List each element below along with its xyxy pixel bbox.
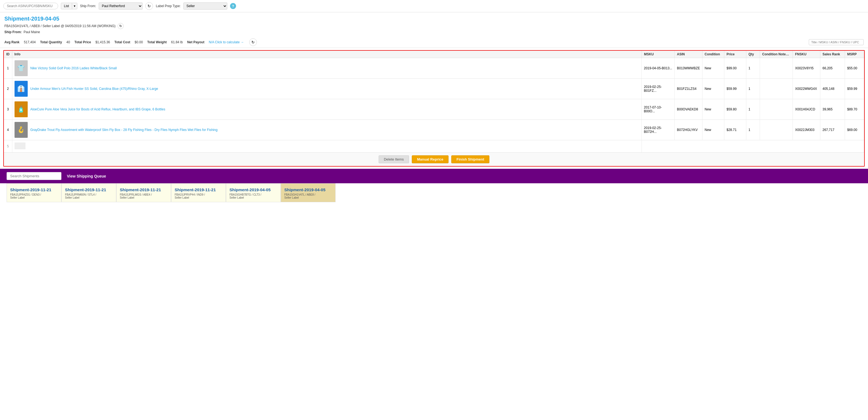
row-condition: New [703, 78, 724, 99]
row-info: 🪝 GrayDrake Trout Fly Assortment with Wa… [12, 120, 642, 140]
row-fnsku: X0022JM303 [793, 120, 820, 140]
ship-from-value: Paul Maine [24, 30, 40, 34]
shipment-header: Shipment-2019-04-05 FBA15GH1V47L / ABE8 … [0, 12, 868, 37]
shipment-table-container: ID Info MSKU ASIN Condition Price Qty Co… [3, 50, 865, 167]
asin-search-input[interactable] [3, 3, 58, 9]
row-price: $99.00 [724, 58, 746, 78]
shipment-card-sub2: Seller Label [10, 196, 58, 199]
shipment-card-sub: FBA15JPRM60N / STL4 / [65, 193, 113, 196]
row-msku: 2019-02-25-B01FZ... [642, 78, 675, 99]
shipment-card-title: Shipment-2019-04-05 [229, 187, 277, 192]
total-weight-value: 61.84 lb [171, 40, 183, 44]
col-qty: Qty [746, 51, 760, 58]
col-fnsku: FNSKU [793, 51, 820, 58]
col-price: Price [724, 51, 746, 58]
shipment-subtitle-text: FBA15GH1V47L / ABE8 / Seller Label @ 04/… [4, 24, 116, 28]
col-condition-note: Condition Note… [760, 51, 793, 58]
action-buttons: Delete Items Manual Reprice Finish Shipm… [4, 152, 864, 166]
shipment-title: Shipment-2019-04-05 [4, 15, 864, 22]
col-msrp: MSRP [845, 51, 864, 58]
stats-refresh-button[interactable]: ↻ [249, 38, 257, 46]
row-asin: B072HGLYKV [675, 120, 702, 140]
row-qty: 1 [746, 78, 760, 99]
col-asin: ASIN [675, 51, 702, 58]
row-id-partial: 5 [4, 140, 12, 153]
bottom-bar: View Shipping Queue [0, 169, 868, 183]
table-row: 2 👔 Under Armour Men's UA Fish Hunter SS… [4, 78, 864, 99]
top-bar: List ▾ Ship From: Paul Retherford Other … [0, 0, 868, 12]
row-price: $28.71 [724, 120, 746, 140]
shipment-card[interactable]: Shipment-2019-11-21 FBA15JPRM60N / STL4 … [61, 183, 116, 202]
table-row: 4 🪝 GrayDrake Trout Fly Assortment with … [4, 120, 864, 140]
row-asin: B013WMWBZE [675, 58, 702, 78]
shipment-card-title: Shipment-2019-11-21 [175, 187, 222, 192]
shipment-card[interactable]: Shipment-2019-04-05 FBA15GHB7BTG / CLT3 … [226, 183, 281, 202]
total-cost-value: $0.00 [134, 40, 143, 44]
shipment-card[interactable]: Shipment-2019-11-21 FBA15JPRVP44 / IND9 … [171, 183, 226, 202]
ship-from-select[interactable]: Paul Retherford Other [99, 2, 143, 9]
row-msrp: $59.99 [845, 78, 864, 99]
shipment-card-sub2: Seller Label [65, 196, 113, 199]
product-title-link[interactable]: AloeCure Pure Aloe Vera Juice for Bouts … [30, 107, 165, 111]
product-title-link[interactable]: Under Armour Men's UA Fish Hunter SS Sol… [30, 87, 158, 91]
shipment-card-title: Shipment-2019-04-05 [284, 187, 332, 192]
row-fnsku: X001H04JCD [793, 99, 820, 120]
label-prep-select[interactable]: Seller Amazon [183, 2, 227, 9]
ship-from-key: Ship From: [4, 30, 22, 34]
row-sales-rank: 267,717 [820, 120, 845, 140]
shipment-card-title: Shipment-2019-11-21 [65, 187, 113, 192]
view-shipping-queue-link[interactable]: View Shipping Queue [67, 174, 106, 179]
shipment-table: ID Info MSKU ASIN Condition Price Qty Co… [4, 51, 864, 152]
shipment-card-sub: FBA15GHB7BTG / CLT3 / [229, 193, 277, 196]
row-info: 👔 Under Armour Men's UA Fish Hunter SS S… [12, 78, 642, 99]
row-info: 👕 Nike Victory Solid Golf Polo 2016 Ladi… [12, 58, 642, 78]
ship-from-refresh-button[interactable]: ↻ [145, 2, 153, 10]
list-caret[interactable]: ▾ [72, 3, 77, 9]
row-qty: 1 [746, 120, 760, 140]
row-asin: B00OVAEKD8 [675, 99, 702, 120]
shipment-card[interactable]: Shipment-2019-04-05 FBA15GH1V47L / ABE8 … [281, 183, 336, 202]
row-qty: 1 [746, 58, 760, 78]
col-msku: MSKU [642, 51, 675, 58]
stats-bar: Avg Rank 517,404 Total Quantity 40 Total… [0, 37, 868, 48]
net-payout-label: Net Payout [187, 40, 205, 44]
manual-reprice-button[interactable]: Manual Reprice [412, 155, 448, 163]
shipment-card-sub2: Seller Label [175, 196, 222, 199]
shipment-subtitle: FBA15GH1V47L / ABE8 / Seller Label @ 04/… [4, 23, 864, 29]
net-payout-value[interactable]: N/A Click to calculate → [209, 40, 244, 44]
shipment-refresh-button[interactable]: ↻ [118, 23, 124, 29]
shipment-card[interactable]: Shipment-2019-11-21 FBA15JPRLMGS / ABE4 … [116, 183, 171, 202]
row-info-partial [12, 140, 642, 153]
shipment-card-sub2: Seller Label [229, 196, 277, 199]
row-msku: 2019-04-05-B013... [642, 58, 675, 78]
table-row: 1 👕 Nike Victory Solid Golf Polo 2016 La… [4, 58, 864, 78]
table-row: 3 🧴 AloeCure Pure Aloe Vera Juice for Bo… [4, 99, 864, 120]
row-msrp: $55.00 [845, 58, 864, 78]
product-image: 🧴 [14, 101, 28, 117]
row-msku: 2017-07-10-B00O... [642, 99, 675, 120]
list-label[interactable]: List [61, 3, 72, 9]
row-condition: New [703, 120, 724, 140]
table-row-partial: 5 [4, 140, 864, 153]
row-condition-note [760, 99, 793, 120]
product-image: 🪝 [14, 122, 28, 138]
total-weight-label: Total Weight [147, 40, 167, 44]
row-id: 2 [4, 78, 12, 99]
row-condition: New [703, 58, 724, 78]
col-sales-rank: Sales Rank [820, 51, 845, 58]
row-id: 1 [4, 58, 12, 78]
search-shipments-input[interactable] [7, 172, 61, 180]
product-image: 👔 [14, 81, 28, 97]
table-body: 1 👕 Nike Victory Solid Golf Polo 2016 La… [4, 58, 864, 153]
product-title-link[interactable]: GrayDrake Trout Fly Assortment with Wate… [30, 128, 218, 132]
product-title-link[interactable]: Nike Victory Solid Golf Polo 2016 Ladies… [30, 66, 117, 70]
shipment-card[interactable]: Shipment-2019-11-21 FBA15JPR4Z01 / DEN3 … [7, 183, 61, 202]
shipment-card-title: Shipment-2019-11-21 [120, 187, 167, 192]
delete-items-button[interactable]: Delete Items [379, 155, 409, 163]
help-button[interactable]: ? [230, 3, 236, 9]
table-header: ID Info MSKU ASIN Condition Price Qty Co… [4, 51, 864, 58]
finish-shipment-button[interactable]: Finish Shipment [451, 155, 489, 163]
table-search-input[interactable] [809, 39, 864, 45]
list-button-group: List ▾ [61, 3, 77, 9]
row-msrp: $89.70 [845, 99, 864, 120]
